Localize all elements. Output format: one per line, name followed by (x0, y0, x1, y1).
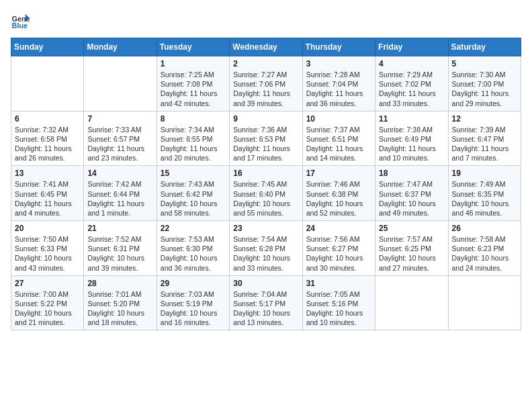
sunrise-text: Sunrise: 7:03 AM (161, 289, 226, 299)
sunrise-text: Sunrise: 7:43 AM (161, 179, 226, 189)
calendar-cell: 16Sunrise: 7:45 AMSunset: 6:40 PMDayligh… (230, 166, 302, 221)
sunrise-text: Sunrise: 7:46 AM (306, 179, 371, 189)
daylight-text: Daylight: 11 hours and 20 minutes. (161, 144, 226, 163)
day-number: 7 (87, 114, 152, 124)
calendar-cell: 13Sunrise: 7:41 AMSunset: 6:45 PMDayligh… (11, 166, 84, 221)
sunset-text: Sunset: 6:37 PM (379, 189, 444, 199)
calendar-week: 6Sunrise: 7:32 AMSunset: 6:58 PMDaylight… (11, 111, 521, 166)
daylight-text: Daylight: 10 hours and 16 minutes. (161, 308, 226, 327)
calendar-cell: 18Sunrise: 7:47 AMSunset: 6:37 PMDayligh… (375, 166, 448, 221)
calendar-body: 1Sunrise: 7:25 AMSunset: 7:08 PMDaylight… (11, 56, 521, 330)
daylight-text: Daylight: 10 hours and 58 minutes. (161, 199, 226, 218)
daylight-text: Daylight: 11 hours and 29 minutes. (452, 89, 517, 107)
calendar-cell: 10Sunrise: 7:37 AMSunset: 6:51 PMDayligh… (302, 111, 375, 166)
sunset-text: Sunset: 6:51 PM (306, 134, 371, 144)
calendar-cell: 23Sunrise: 7:54 AMSunset: 6:28 PMDayligh… (230, 221, 302, 276)
sunset-text: Sunset: 6:27 PM (306, 244, 371, 253)
sunset-text: Sunset: 6:35 PM (452, 189, 517, 199)
daylight-text: Daylight: 10 hours and 36 minutes. (161, 253, 226, 272)
daylight-text: Daylight: 10 hours and 24 minutes. (452, 253, 517, 272)
calendar-cell (375, 275, 448, 330)
sunrise-text: Sunrise: 7:56 AM (306, 234, 371, 244)
sunrise-text: Sunrise: 7:34 AM (161, 125, 226, 134)
daylight-text: Daylight: 11 hours and 42 minutes. (161, 89, 226, 107)
calendar-cell: 25Sunrise: 7:57 AMSunset: 6:25 PMDayligh… (375, 221, 448, 276)
sunrise-text: Sunrise: 7:42 AM (87, 179, 152, 189)
calendar-cell: 15Sunrise: 7:43 AMSunset: 6:42 PMDayligh… (157, 166, 229, 221)
day-number: 20 (15, 224, 80, 233)
day-number: 19 (452, 169, 517, 178)
daylight-text: Daylight: 10 hours and 27 minutes. (379, 253, 444, 272)
sunset-text: Sunset: 6:47 PM (452, 134, 517, 144)
sunset-text: Sunset: 5:16 PM (306, 299, 371, 308)
day-number: 26 (452, 224, 517, 233)
calendar-week: 13Sunrise: 7:41 AMSunset: 6:45 PMDayligh… (11, 166, 521, 221)
daylight-text: Daylight: 10 hours and 55 minutes. (233, 199, 298, 218)
sunrise-text: Sunrise: 7:05 AM (306, 289, 371, 299)
sunset-text: Sunset: 6:38 PM (306, 189, 371, 199)
daylight-text: Daylight: 11 hours and 14 minutes. (306, 144, 371, 163)
header-day: Tuesday (157, 38, 229, 56)
calendar-cell: 24Sunrise: 7:56 AMSunset: 6:27 PMDayligh… (302, 221, 375, 276)
day-number: 17 (306, 169, 371, 178)
day-number: 11 (379, 114, 444, 124)
calendar-cell: 28Sunrise: 7:01 AMSunset: 5:20 PMDayligh… (84, 275, 157, 330)
day-number: 15 (161, 169, 226, 178)
daylight-text: Daylight: 11 hours and 4 minutes. (15, 199, 80, 218)
sunrise-text: Sunrise: 7:00 AM (15, 289, 80, 299)
daylight-text: Daylight: 11 hours and 10 minutes. (379, 144, 444, 163)
calendar-cell: 17Sunrise: 7:46 AMSunset: 6:38 PMDayligh… (302, 166, 375, 221)
sunrise-text: Sunrise: 7:28 AM (306, 70, 371, 79)
daylight-text: Daylight: 10 hours and 43 minutes. (15, 253, 80, 272)
calendar-cell: 30Sunrise: 7:04 AMSunset: 5:17 PMDayligh… (230, 275, 302, 330)
sunset-text: Sunset: 6:58 PM (15, 134, 80, 144)
daylight-text: Daylight: 10 hours and 21 minutes. (15, 308, 80, 327)
sunrise-text: Sunrise: 7:29 AM (379, 70, 444, 79)
sunset-text: Sunset: 7:06 PM (233, 79, 298, 89)
calendar-week: 27Sunrise: 7:00 AMSunset: 5:22 PMDayligh… (11, 275, 521, 330)
calendar-cell: 27Sunrise: 7:00 AMSunset: 5:22 PMDayligh… (11, 275, 84, 330)
sunrise-text: Sunrise: 7:27 AM (233, 70, 298, 79)
day-number: 1 (161, 59, 226, 68)
calendar-cell (11, 56, 84, 111)
sunrise-text: Sunrise: 7:49 AM (452, 179, 517, 189)
day-number: 12 (452, 114, 517, 124)
sunset-text: Sunset: 5:20 PM (87, 299, 152, 308)
calendar-cell: 3Sunrise: 7:28 AMSunset: 7:04 PMDaylight… (302, 56, 375, 111)
calendar-cell: 29Sunrise: 7:03 AMSunset: 5:19 PMDayligh… (157, 275, 229, 330)
calendar-cell: 12Sunrise: 7:39 AMSunset: 6:47 PMDayligh… (448, 111, 521, 166)
sunset-text: Sunset: 7:02 PM (379, 79, 444, 89)
sunset-text: Sunset: 7:00 PM (452, 79, 517, 89)
daylight-text: Daylight: 10 hours and 18 minutes. (87, 308, 152, 327)
sunset-text: Sunset: 6:30 PM (161, 244, 226, 253)
sunrise-text: Sunrise: 7:32 AM (15, 125, 80, 134)
header-day: Friday (375, 38, 448, 56)
sunset-text: Sunset: 6:31 PM (87, 244, 152, 253)
day-number: 14 (87, 169, 152, 178)
daylight-text: Daylight: 11 hours and 33 minutes. (379, 89, 444, 107)
sunrise-text: Sunrise: 7:53 AM (161, 234, 226, 244)
sunrise-text: Sunrise: 7:45 AM (233, 179, 298, 189)
logo-icon: General Blue (11, 11, 30, 30)
sunrise-text: Sunrise: 7:37 AM (306, 125, 371, 134)
sunset-text: Sunset: 6:33 PM (15, 244, 80, 253)
day-number: 10 (306, 114, 371, 124)
header-day: Saturday (448, 38, 521, 56)
sunset-text: Sunset: 6:55 PM (161, 134, 226, 144)
day-number: 29 (161, 279, 226, 288)
calendar-cell: 31Sunrise: 7:05 AMSunset: 5:16 PMDayligh… (302, 275, 375, 330)
sunrise-text: Sunrise: 7:38 AM (379, 125, 444, 134)
day-number: 16 (233, 169, 298, 178)
daylight-text: Daylight: 10 hours and 52 minutes. (306, 199, 371, 218)
calendar-cell: 6Sunrise: 7:32 AMSunset: 6:58 PMDaylight… (11, 111, 84, 166)
header-day: Sunday (11, 38, 84, 56)
calendar-cell: 11Sunrise: 7:38 AMSunset: 6:49 PMDayligh… (375, 111, 448, 166)
calendar-cell: 20Sunrise: 7:50 AMSunset: 6:33 PMDayligh… (11, 221, 84, 276)
daylight-text: Daylight: 11 hours and 23 minutes. (87, 144, 152, 163)
daylight-text: Daylight: 10 hours and 13 minutes. (233, 308, 298, 327)
daylight-text: Daylight: 11 hours and 1 minute. (87, 199, 152, 218)
calendar-cell: 19Sunrise: 7:49 AMSunset: 6:35 PMDayligh… (448, 166, 521, 221)
day-number: 24 (306, 224, 371, 233)
calendar-cell: 2Sunrise: 7:27 AMSunset: 7:06 PMDaylight… (230, 56, 302, 111)
calendar-header: SundayMondayTuesdayWednesdayThursdayFrid… (11, 38, 521, 56)
